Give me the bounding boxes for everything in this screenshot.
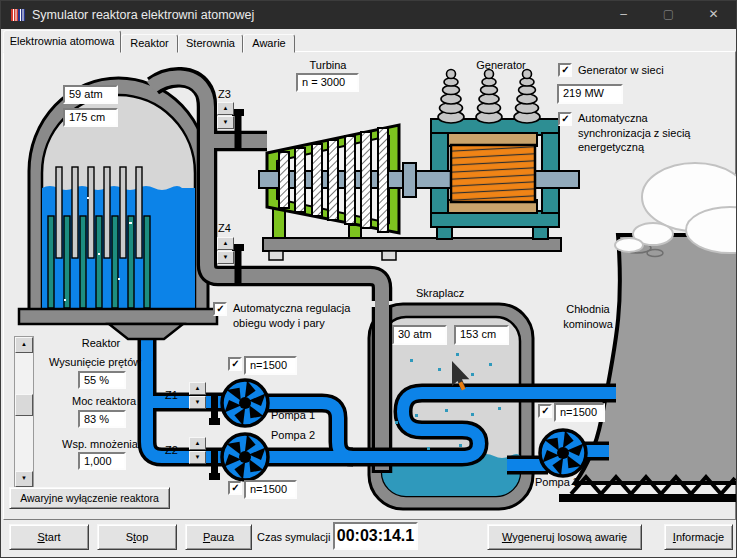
pause-label-rest: auza (210, 531, 234, 543)
tab-awarie[interactable]: Awarie (243, 34, 295, 53)
condenser-pressure-field[interactable]: 30 atm (392, 325, 447, 345)
cooling-tower-line-1: Chłodnia (553, 302, 623, 317)
checkmark-icon: ✓ (230, 483, 240, 492)
fault-label-rest: ygeneruj losową awarię (512, 531, 627, 543)
tab-elektrownia-atomowa[interactable]: Elektrownia atomowa (3, 30, 121, 53)
turbine-rpm-field[interactable]: n = 3000 (296, 73, 359, 92)
start-button[interactable]: Start (9, 524, 89, 550)
z2-up-button[interactable]: ▲ (189, 437, 206, 450)
checkbox-generator-grid[interactable]: ✓ (558, 63, 572, 77)
z4-up-button[interactable]: ▲ (217, 237, 234, 250)
checkbox-auto-sync[interactable]: ✓ (558, 112, 572, 126)
generator-power-field[interactable]: 219 MW (557, 84, 623, 104)
simulation-time-label: Czas symulacji (257, 531, 330, 544)
tab-sterownia[interactable]: Sterownia (178, 34, 243, 53)
stop-label: S (126, 531, 133, 543)
cooling-tower-label: Chłodnia kominowa (553, 302, 623, 332)
condenser-label: Skraplacz (416, 287, 464, 300)
simulation-time-display: 00:03:14.1 (333, 522, 418, 550)
reactor-level-field[interactable]: 175 cm (63, 108, 118, 127)
cooling-tower-line-2: kominowa (553, 317, 623, 332)
close-button[interactable]: ✕ (691, 1, 736, 29)
z3-down-button[interactable]: ▼ (217, 116, 234, 129)
z1-down-button[interactable]: ▼ (189, 396, 206, 409)
rods-extension-label: Wysunięcie prętów (49, 356, 141, 369)
fault-label-key: W (502, 531, 512, 543)
arrow-down-icon: ▼ (218, 252, 233, 262)
z4-down-button[interactable]: ▼ (217, 251, 234, 264)
valve-z4-label: Z4 (218, 222, 231, 235)
reactor-pressure-field[interactable]: 59 atm (63, 85, 118, 104)
arrow-down-icon: ▼ (16, 472, 32, 485)
pump-1-label: Pompa 1 (271, 409, 315, 422)
arrow-up-icon: ▲ (218, 103, 233, 113)
pump-2-label: Pompa 2 (271, 429, 315, 442)
pump-3-label: Pompa 3 (535, 476, 579, 489)
arrow-up-icon: ▲ (190, 383, 205, 393)
valve-z4-spinner: ▲ ▼ (217, 237, 234, 264)
slider-thumb[interactable] (15, 394, 33, 416)
generator-grid-label: Generator w sieci (578, 64, 664, 77)
arrow-up-icon: ▲ (218, 238, 233, 248)
scram-button[interactable]: Awaryjne wyłączenie reaktora (9, 487, 170, 509)
minimize-button[interactable]: – (601, 1, 646, 29)
valve-z2-spinner: ▲ ▼ (189, 437, 206, 464)
title-bar: Symulator reaktora elektrowni atomowej –… (1, 1, 736, 29)
control-rod-slider[interactable]: ▲ ▼ (14, 336, 34, 488)
z3-up-button[interactable]: ▲ (217, 102, 234, 115)
checkmark-icon: ✓ (230, 359, 240, 368)
slider-up-button[interactable]: ▲ (15, 337, 33, 353)
checkmark-icon: ✓ (560, 114, 570, 123)
auto-regulation-line-2: obiegu wody i pary (233, 316, 350, 331)
valve-z2-label: Z2 (165, 444, 178, 457)
pause-button[interactable]: Pauza (185, 524, 252, 550)
valve-z3-spinner: ▲ ▼ (217, 102, 234, 129)
checkbox-pump-2[interactable]: ✓ (228, 481, 242, 495)
z1-up-button[interactable]: ▲ (189, 382, 206, 395)
arrow-down-icon: ▼ (218, 117, 233, 127)
auto-regulation-label: Automatyczna regulacja obiegu wody i par… (233, 301, 350, 331)
valve-z3-label: Z3 (218, 88, 231, 101)
auto-sync-line-1: Automatyczna (578, 111, 691, 126)
window-title: Symulator reaktora elektrowni atomowej (32, 8, 254, 22)
valve-z1-label: Z1 (165, 389, 178, 402)
arrow-up-icon: ▲ (190, 438, 205, 448)
tab-reaktor[interactable]: Reaktor (121, 34, 178, 53)
auto-sync-label: Automatyczna synchronizacja z siecią ene… (578, 111, 691, 155)
auto-regulation-line-1: Automatyczna regulacja (233, 301, 350, 316)
start-label-rest: tart (45, 531, 61, 543)
start-label-key: S (37, 531, 44, 543)
checkmark-icon: ✓ (560, 65, 570, 74)
stop-label-rest: op (136, 531, 148, 543)
checkbox-pump-3[interactable]: ✓ (538, 404, 552, 418)
pump-1-rpm-field[interactable]: n=1500 (244, 356, 297, 375)
multiplication-factor-label: Wsp. mnożenia (62, 438, 138, 451)
condenser-level-field[interactable]: 153 cm (454, 325, 509, 345)
auto-sync-line-3: energetyczną (578, 140, 691, 155)
reactor-power-label: Moc reaktora (72, 395, 136, 408)
arrow-down-icon: ▼ (190, 452, 205, 462)
pump-3-rpm-field[interactable]: n=1500 (554, 403, 605, 422)
reactor-power-field[interactable]: 83 % (78, 410, 126, 428)
rods-extension-field[interactable]: 55 % (78, 371, 126, 389)
stop-button[interactable]: Stop (97, 524, 177, 550)
app-icon (10, 7, 26, 23)
checkbox-pump-1[interactable]: ✓ (228, 357, 242, 371)
generate-fault-button[interactable]: Wygeneruj losową awarię (487, 524, 642, 550)
checkbox-auto-regulation[interactable]: ✓ (213, 302, 227, 316)
checkmark-icon: ✓ (540, 406, 550, 415)
info-button[interactable]: Informacje (664, 524, 733, 550)
maximize-button[interactable]: ▢ (646, 1, 691, 29)
generator-label: Generator (441, 59, 561, 72)
auto-sync-line-2: synchronizacja z siecią (578, 126, 691, 141)
arrow-down-icon: ▼ (190, 397, 205, 407)
multiplication-factor-field[interactable]: 1,000 (78, 452, 126, 470)
slider-down-button[interactable]: ▼ (15, 471, 33, 487)
pump-2-rpm-field[interactable]: n=1500 (244, 480, 297, 499)
arrow-up-icon: ▲ (16, 338, 32, 351)
checkmark-icon: ✓ (215, 304, 225, 313)
app-window: Symulator reaktora elektrowni atomowej –… (0, 0, 737, 558)
panel-title: Reaktor (56, 337, 146, 350)
valve-z1-spinner: ▲ ▼ (189, 382, 206, 409)
z2-down-button[interactable]: ▼ (189, 451, 206, 464)
